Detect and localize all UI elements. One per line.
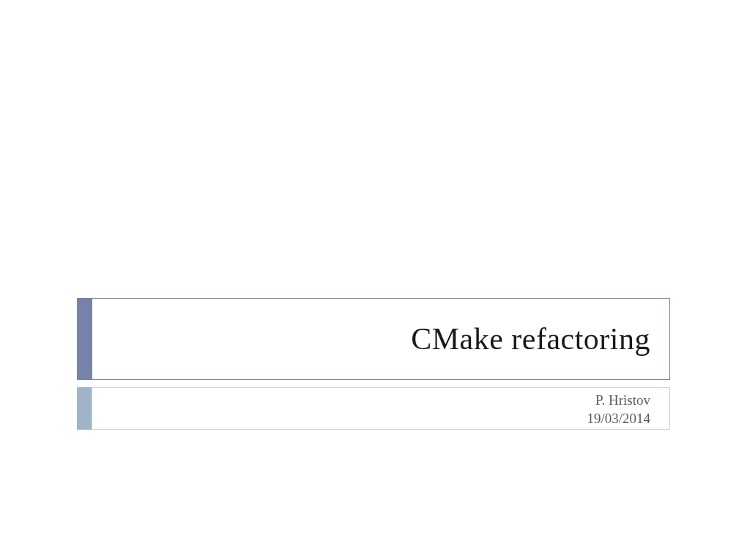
slide-author: P. Hristov — [595, 392, 650, 410]
title-accent-bar — [77, 298, 92, 380]
subtitle-accent-bar — [77, 387, 92, 430]
slide-date: 19/03/2014 — [587, 410, 650, 428]
slide-title: CMake refactoring — [411, 321, 650, 356]
title-box: CMake refactoring — [92, 298, 670, 380]
subtitle-box: P. Hristov 19/03/2014 — [92, 387, 670, 430]
title-block: CMake refactoring — [77, 298, 670, 380]
subtitle-block: P. Hristov 19/03/2014 — [77, 387, 670, 430]
